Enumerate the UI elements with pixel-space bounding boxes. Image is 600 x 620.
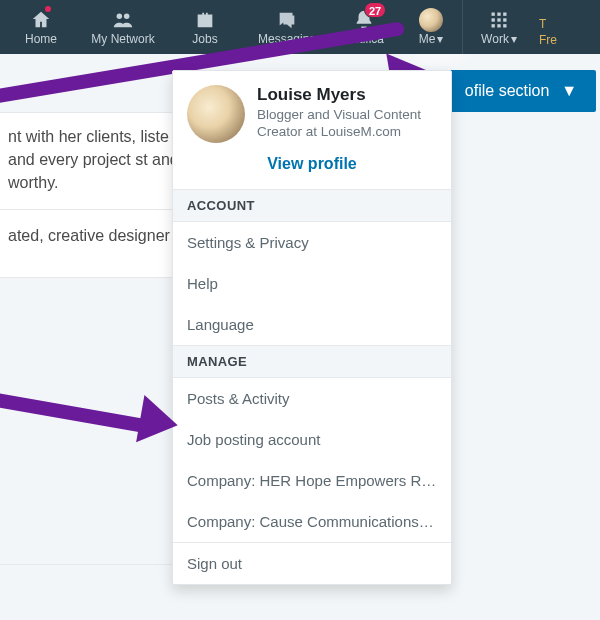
nav-me-text: Me xyxy=(419,32,436,46)
svg-rect-10 xyxy=(503,24,506,27)
svg-rect-7 xyxy=(503,18,506,21)
svg-point-0 xyxy=(117,14,123,19)
menu-item-job-posting[interactable]: Job posting account xyxy=(173,419,451,460)
nav-jobs-label: Jobs xyxy=(192,33,217,45)
annotation-arrow-2 xyxy=(0,390,157,435)
dropdown-section-manage: MANAGE xyxy=(173,345,451,378)
nav-home-label: Home xyxy=(25,33,57,45)
dropdown-section-account: ACCOUNT xyxy=(173,189,451,222)
menu-item-settings[interactable]: Settings & Privacy xyxy=(173,222,451,263)
nav-me[interactable]: Me▾ xyxy=(400,0,462,54)
network-icon xyxy=(112,9,134,31)
messaging-icon xyxy=(276,9,298,31)
menu-item-company-2[interactable]: Company: Cause Communications G… xyxy=(173,501,451,542)
svg-rect-9 xyxy=(497,24,500,27)
chevron-down-icon: ▾ xyxy=(437,32,443,46)
me-dropdown: Louise Myers Blogger and Visual Content … xyxy=(172,70,452,585)
nav-network[interactable]: My Network xyxy=(82,0,164,54)
menu-item-sign-out[interactable]: Sign out xyxy=(173,542,451,584)
menu-item-company-1[interactable]: Company: HER Hope Empowers Rest… xyxy=(173,460,451,501)
svg-rect-4 xyxy=(503,13,506,16)
chevron-down-icon: ▼ xyxy=(561,82,577,100)
menu-item-posts-activity[interactable]: Posts & Activity xyxy=(173,378,451,419)
dropdown-user-headline: Blogger and Visual Content Creator at Lo… xyxy=(257,107,437,141)
nav-home[interactable]: Home xyxy=(0,0,82,54)
nav-work[interactable]: Work▾ xyxy=(463,0,535,54)
svg-point-1 xyxy=(124,14,130,19)
svg-rect-6 xyxy=(497,18,500,21)
menu-item-language[interactable]: Language xyxy=(173,304,451,345)
page-body: ofile section ▼ nt with her clients, lis… xyxy=(0,54,600,620)
avatar-icon xyxy=(419,9,443,31)
chevron-down-icon: ▾ xyxy=(511,32,517,46)
nav-try-line2: Fre xyxy=(539,34,557,46)
nav-try-premium[interactable]: T Fre xyxy=(535,0,571,54)
avatar xyxy=(187,85,245,143)
briefcase-icon xyxy=(194,9,216,31)
nav-network-label: My Network xyxy=(91,33,154,45)
apps-grid-icon xyxy=(489,9,509,31)
svg-rect-8 xyxy=(492,24,495,27)
nav-try-line1: T xyxy=(539,18,546,30)
nav-work-label: Work▾ xyxy=(481,33,517,45)
svg-rect-2 xyxy=(492,13,495,16)
nav-work-text: Work xyxy=(481,32,509,46)
add-profile-section-button[interactable]: ofile section ▼ xyxy=(446,70,596,112)
dropdown-user-name: Louise Myers xyxy=(257,85,437,105)
profile-button-label: ofile section xyxy=(465,82,550,100)
nav-jobs[interactable]: Jobs xyxy=(164,0,246,54)
menu-item-help[interactable]: Help xyxy=(173,263,451,304)
notifications-count-badge: 27 xyxy=(364,2,386,18)
home-badge xyxy=(43,4,53,14)
view-profile-link[interactable]: View profile xyxy=(173,149,451,189)
dropdown-header[interactable]: Louise Myers Blogger and Visual Content … xyxy=(173,71,451,149)
nav-me-label: Me▾ xyxy=(419,33,444,45)
svg-rect-3 xyxy=(497,13,500,16)
svg-rect-5 xyxy=(492,18,495,21)
